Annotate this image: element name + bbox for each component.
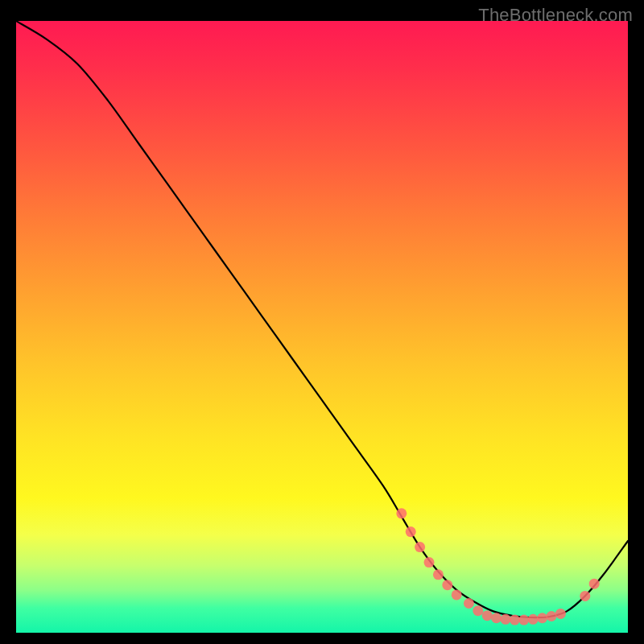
- plot-area: [16, 21, 628, 633]
- gradient-background: [16, 21, 628, 633]
- chart-container: TheBottleneck.com: [0, 0, 644, 644]
